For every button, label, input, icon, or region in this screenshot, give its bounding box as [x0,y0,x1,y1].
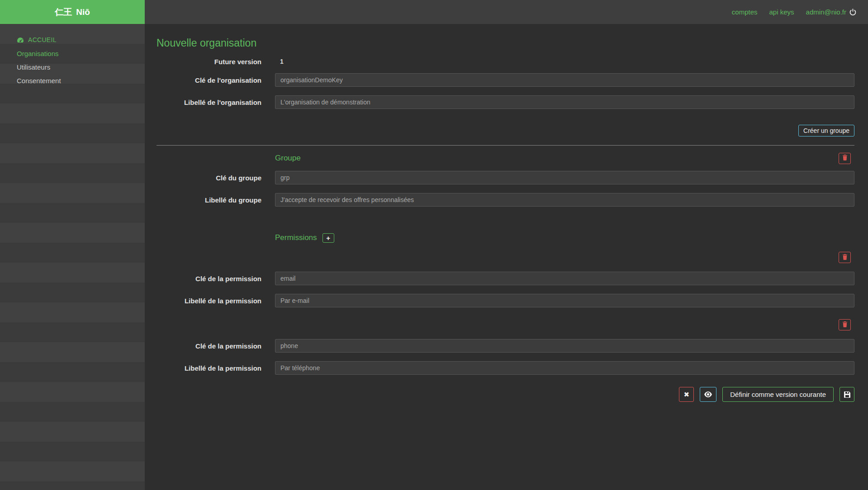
footer-actions: ✖ Définir comme version courante [157,387,854,402]
account-group: admin@nio.fr [806,8,856,16]
sidebar-item-label: Utilisateurs [17,63,50,71]
org-label-label: Libellé de l'organisation [157,99,261,106]
floppy-icon [844,391,850,398]
permission-key-input[interactable] [275,272,854,285]
preview-button[interactable] [700,387,716,402]
org-label-row: Libellé de l'organisation [157,95,854,109]
permission-key-label: Clé de la permission [157,275,261,283]
permission-1-key-row: Clé de la permission [157,272,854,285]
topbar-nav: comptes api keys admin@nio.fr [145,0,868,24]
sidebar-item-utilisateurs[interactable]: Utilisateurs [0,60,145,74]
permission-1-label-row: Libellé de la permission [157,294,854,307]
eye-icon [704,391,712,397]
add-permission-button[interactable]: + [323,233,334,243]
permissions-heading: Permissions [275,233,317,242]
group-key-input[interactable] [275,171,854,184]
comptes-link[interactable]: comptes [732,8,758,16]
permission-key-label: Clé de la permission [157,342,261,350]
create-group-row: Créer un groupe [157,125,854,137]
sidebar-item-consentement[interactable]: Consentement [0,74,145,87]
account-email-link[interactable]: admin@nio.fr [806,8,846,16]
main-content: Nouvelle organisation Future version 1 C… [145,24,868,490]
group-label-label: Libellé du groupe [157,196,261,204]
section-divider [157,145,854,146]
sidebar-item-label: Consentement [17,77,61,85]
group-label-input[interactable] [275,193,854,207]
sidebar-item-organisations[interactable]: Organisations [0,47,145,60]
permission-2-delete-row [157,319,854,330]
page-title: Nouvelle organisation [157,37,854,49]
permission-label-label: Libellé de la permission [157,297,261,305]
permission-1-delete-row [157,252,854,263]
permission-2-label-row: Libellé de la permission [157,361,854,375]
cancel-button[interactable]: ✖ [679,387,694,402]
plus-icon: + [326,235,330,241]
group-key-row: Clé du groupe [157,171,854,184]
sidebar-item-label: Organisations [17,50,59,57]
delete-group-button[interactable] [839,153,851,164]
group-heading-row: Groupe [157,152,854,165]
org-key-row: Clé de l'organisation [157,73,854,87]
trash-icon [842,155,848,162]
save-button[interactable] [840,387,854,402]
create-group-button[interactable]: Créer un groupe [798,125,854,137]
future-version-label: Future version [157,58,261,66]
sidebar-item-label: ACCUEIL [28,36,57,43]
permission-label-label: Libellé de la permission [157,364,261,372]
delete-permission-button[interactable] [839,319,851,330]
org-label-input[interactable] [275,95,854,109]
sidebar-item-accueil[interactable]: ACCUEIL [0,33,145,47]
power-icon[interactable] [849,9,856,15]
permission-label-input[interactable] [275,294,854,307]
dashboard-icon [17,37,24,43]
future-version-value: 1 [275,58,284,65]
permission-label-input[interactable] [275,361,854,375]
group-key-label: Clé du groupe [157,174,261,182]
topbar: 仁王 Niō comptes api keys admin@nio.fr [0,0,868,24]
permissions-heading-group: Permissions + [275,233,334,243]
app-logo[interactable]: 仁王 Niō [0,0,145,24]
permission-key-input[interactable] [275,339,854,353]
sidebar: ACCUEIL Organisations Utilisateurs Conse… [0,24,145,490]
logo-text: Niō [76,7,90,17]
future-version-row: Future version 1 [157,55,854,68]
api-keys-link[interactable]: api keys [769,8,794,16]
permission-2-key-row: Clé de la permission [157,339,854,353]
trash-icon [842,254,848,261]
group-label-row: Libellé du groupe [157,193,854,207]
org-key-input[interactable] [275,73,854,87]
trash-icon [842,321,848,329]
group-heading: Groupe [275,154,301,163]
delete-permission-button[interactable] [839,252,851,263]
logo-kanji: 仁王 [55,6,72,18]
define-current-version-button[interactable]: Définir comme version courante [722,387,834,402]
org-key-label: Clé de l'organisation [157,76,261,84]
permissions-heading-row: Permissions + [157,231,854,244]
x-icon: ✖ [683,391,689,399]
